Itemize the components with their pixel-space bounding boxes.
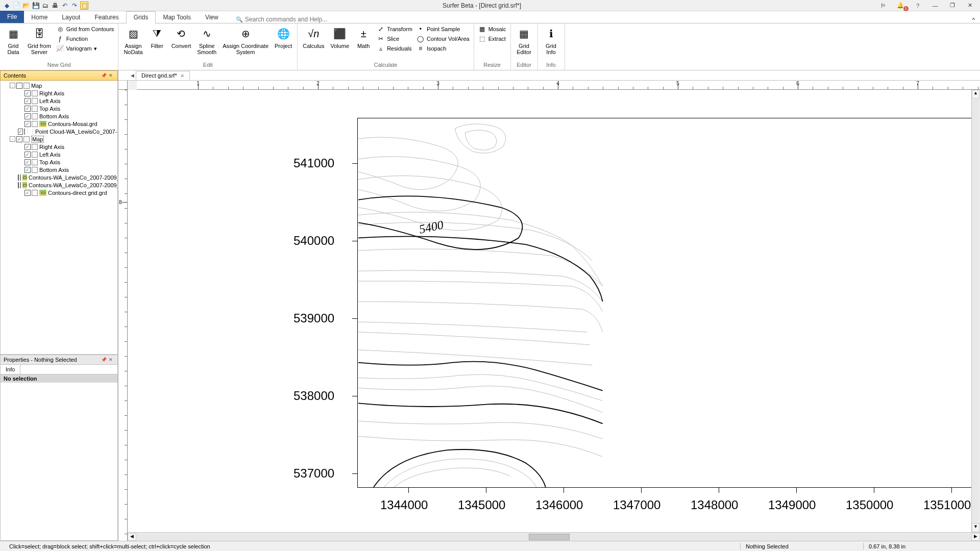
search-input[interactable]: [245, 16, 337, 23]
function-button[interactable]: ƒFunction: [55, 34, 115, 43]
calculus-button[interactable]: √nCalculus: [301, 24, 326, 50]
close-panel-icon[interactable]: ✕: [107, 356, 114, 363]
open-icon[interactable]: 📂: [22, 2, 30, 10]
tab-home[interactable]: Home: [24, 12, 55, 23]
map-frame[interactable]: 5400: [357, 118, 971, 488]
save-icon[interactable]: 💾: [32, 2, 40, 10]
document-tab[interactable]: Direct grid.srf* ✕: [136, 71, 190, 80]
tree-node[interactable]: ✓⋮⋮Point Cloud-WA_LewisCo_2007-2009_0003: [1, 128, 117, 135]
visibility-icon[interactable]: [32, 106, 38, 112]
checkbox[interactable]: ✓: [24, 121, 31, 127]
spline-smooth-button[interactable]: ∿SplineSmooth: [195, 24, 218, 56]
tree-node[interactable]: ▭Contours-WA_LewisCo_2007-2009_000383.: [1, 173, 117, 181]
checkbox[interactable]: [16, 83, 22, 89]
residuals-button[interactable]: ▵Residuals: [376, 44, 413, 53]
close-panel-icon[interactable]: ✕: [107, 72, 114, 79]
horizontal-scrollbar[interactable]: ◀ ▶: [128, 532, 980, 541]
isopach-button[interactable]: ≡Isopach: [415, 44, 471, 53]
filter-button[interactable]: ⧩Filter: [147, 24, 167, 50]
tree-node[interactable]: ✓Right Axis: [1, 89, 117, 97]
checkbox[interactable]: ✓: [24, 190, 31, 196]
visibility-icon[interactable]: [23, 136, 30, 142]
checkbox[interactable]: [18, 174, 19, 181]
checkbox[interactable]: ✓: [24, 167, 31, 173]
extract-button[interactable]: ⬚Extract: [477, 34, 507, 43]
tree-node[interactable]: ✓Bottom Axis: [1, 166, 117, 173]
checkbox[interactable]: ✓: [24, 144, 31, 150]
variogram-button[interactable]: 📈Variogram ▾: [55, 44, 115, 53]
visibility-icon[interactable]: [32, 90, 38, 96]
transform-button[interactable]: ⤢Transform: [376, 24, 413, 34]
visibility-icon[interactable]: [32, 152, 38, 158]
tree-node[interactable]: -✓Map: [1, 135, 117, 143]
close-button[interactable]: ✕: [963, 1, 977, 10]
tree-node[interactable]: ✓▭Contours-direct grid.grd: [1, 189, 117, 196]
assign-nodata-button[interactable]: ▨AssignNoData: [121, 24, 144, 56]
vertical-scrollbar[interactable]: ▲ ▼: [971, 90, 980, 532]
math-button[interactable]: ±Math: [353, 24, 374, 50]
tree-node[interactable]: ✓Top Axis: [1, 158, 117, 166]
visibility-icon[interactable]: [32, 113, 38, 119]
tab-view[interactable]: View: [198, 12, 226, 23]
tab-prev-icon[interactable]: ◀: [129, 73, 136, 78]
pin-icon[interactable]: 📌: [100, 72, 107, 79]
checkbox[interactable]: ✓: [24, 106, 31, 112]
tree-node[interactable]: ✓Right Axis: [1, 143, 117, 151]
checkbox[interactable]: ✓: [24, 159, 31, 165]
visibility-icon[interactable]: [32, 144, 38, 150]
canvas[interactable]: 541000540000539000538000537000 134400013…: [128, 90, 971, 532]
tree-node[interactable]: ✓Top Axis: [1, 105, 117, 112]
maximize-button[interactable]: ❐: [945, 1, 960, 10]
flag-icon[interactable]: 🏳: [876, 1, 890, 10]
undo-icon[interactable]: ↶: [61, 2, 69, 10]
expand-icon[interactable]: -: [10, 136, 15, 142]
visibility-icon[interactable]: [20, 174, 21, 181]
grid-editor-button[interactable]: ▦GridEditor: [514, 24, 534, 56]
visibility-icon[interactable]: [32, 121, 38, 127]
tree-node[interactable]: ✓▭Contours-Mosai.grd: [1, 120, 117, 128]
new-icon[interactable]: 📄: [12, 2, 20, 10]
tab-maptools[interactable]: Map Tools: [156, 12, 198, 23]
project-button[interactable]: 🌐Project: [273, 24, 294, 50]
checkbox[interactable]: ✓: [18, 129, 23, 135]
visibility-icon[interactable]: [20, 182, 21, 188]
collapse-ribbon-icon[interactable]: ^: [972, 17, 975, 23]
saveall-icon[interactable]: 🗂: [41, 2, 50, 10]
minimize-button[interactable]: —: [928, 1, 942, 10]
scroll-left-icon[interactable]: ◀: [128, 533, 136, 541]
properties-tab-info[interactable]: Info: [1, 365, 20, 374]
scroll-up-icon[interactable]: ▲: [972, 90, 979, 98]
checkbox[interactable]: ✓: [24, 152, 31, 158]
checkbox[interactable]: ✓: [16, 136, 22, 142]
help-icon[interactable]: ?: [911, 1, 925, 10]
tab-file[interactable]: File: [0, 11, 24, 23]
assign-cs-button[interactable]: ⊕Assign CoordinateSystem: [220, 24, 271, 56]
checkbox[interactable]: ✓: [24, 113, 31, 119]
pin-icon[interactable]: 📌: [100, 356, 107, 363]
tree-node[interactable]: -Map: [1, 82, 117, 89]
volume-button[interactable]: ⬛Volume: [328, 24, 351, 50]
tree-node[interactable]: ✓Left Axis: [1, 97, 117, 105]
visibility-icon[interactable]: [32, 98, 38, 104]
tree-node[interactable]: ▭Contours-WA_LewisCo_2007-2009_000382.: [1, 181, 117, 189]
mosaic-button[interactable]: ▦Mosaic: [477, 24, 507, 34]
expand-icon[interactable]: -: [10, 83, 15, 88]
tree-node[interactable]: ✓Left Axis: [1, 151, 117, 158]
contents-tree[interactable]: -Map✓Right Axis✓Left Axis✓Top Axis✓Botto…: [0, 81, 118, 355]
grid-from-server-button[interactable]: 🗄Grid fromServer: [26, 24, 53, 56]
tree-node[interactable]: ✓Bottom Axis: [1, 112, 117, 120]
tab-features[interactable]: Features: [87, 12, 126, 23]
checkbox[interactable]: ✓: [24, 98, 31, 104]
tab-grids[interactable]: Grids: [126, 11, 156, 23]
scroll-right-icon[interactable]: ▶: [971, 533, 980, 541]
visibility-icon[interactable]: [32, 190, 38, 196]
scroll-thumb[interactable]: [529, 534, 570, 540]
checkbox[interactable]: [18, 182, 19, 188]
visibility-icon[interactable]: [32, 167, 38, 173]
checkbox[interactable]: ✓: [24, 90, 31, 96]
contour-volarea-button[interactable]: ◯Contour Vol/Area: [415, 34, 471, 43]
redo-icon[interactable]: ↷: [70, 2, 79, 10]
point-sample-button[interactable]: •Point Sample: [415, 24, 471, 34]
close-tab-icon[interactable]: ✕: [180, 73, 184, 79]
grid-from-contours-button[interactable]: ◎Grid from Contours: [55, 24, 115, 34]
